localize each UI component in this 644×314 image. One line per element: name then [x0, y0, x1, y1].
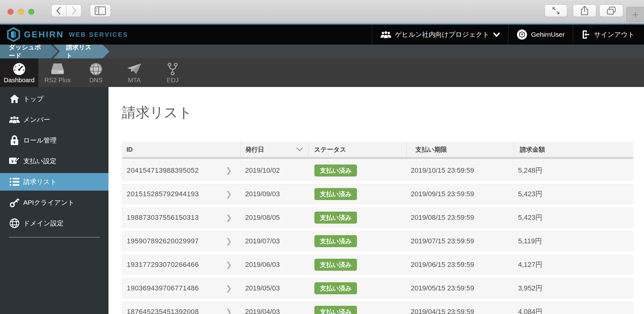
column-header-label: 請求金額 — [520, 145, 545, 154]
invoice-row[interactable]: 198873037556150313 ❯ 2019/08/05 支払い済み 20… — [122, 208, 633, 228]
share-icon — [580, 6, 589, 16]
issue-date-cell: 2019/09/03 — [241, 184, 308, 204]
invoice-row[interactable]: 193177293070266466 ❯ 2019/06/03 支払い済み 20… — [122, 255, 633, 275]
table-header-row: ID 発行日 ステータス 支払い期限 請求金額 — [122, 142, 633, 157]
due-date-cell: 2019/04/15 23:59:59 — [406, 302, 514, 314]
amount: 4,127円 — [518, 260, 542, 269]
new-tab-icon: + — [632, 9, 639, 20]
service-tab-rs2plus[interactable]: RS2 Plus — [38, 58, 77, 87]
user-menu[interactable]: GehirnUser — [508, 24, 573, 45]
row-chevron-icon[interactable]: ❯ — [225, 260, 232, 269]
row-chevron-icon[interactable]: ❯ — [225, 237, 232, 246]
invoice-id-cell: 204154713988395052 ❯ — [122, 161, 241, 180]
issue-date-cell: 2019/10/02 — [241, 161, 308, 180]
svg-text:¥: ¥ — [11, 159, 14, 164]
row-chevron-icon[interactable]: ❯ — [225, 166, 232, 175]
issue-date: 2019/08/05 — [245, 214, 280, 222]
service-tab-edj[interactable]: EDJ — [153, 58, 192, 87]
row-chevron-icon[interactable]: ❯ — [225, 284, 232, 293]
sidebar-item-label: APIクライアント — [23, 198, 75, 207]
signout-button[interactable]: サインアウト — [573, 24, 644, 45]
close-window-button[interactable] — [8, 9, 14, 15]
invoice-id: 187645235451392008 — [127, 308, 199, 314]
members-icon — [8, 116, 21, 123]
sidebar-item-domain-settings[interactable]: ドメイン設定 — [0, 214, 108, 232]
browser-toolbar: + — [0, 0, 644, 23]
new-tab-button[interactable]: + — [626, 7, 644, 22]
forward-button[interactable] — [66, 4, 81, 17]
status-badge: 支払い済み — [314, 165, 357, 176]
brand-logo[interactable]: GEHIRN WEB SERVICES — [0, 27, 372, 42]
service-tab-dns[interactable]: DNS — [77, 58, 115, 87]
project-selector[interactable]: ゲヒルン社内向けプロジェクト — [372, 24, 508, 45]
sidebar-item-payment-settings[interactable]: ¥ 支払い設定 — [0, 152, 108, 170]
gehirn-hexagon-logo-icon — [7, 27, 20, 42]
row-chevron-icon[interactable]: ❯ — [225, 213, 232, 222]
row-chevron-icon[interactable]: ❯ — [225, 190, 232, 198]
due-date: 2019/10/15 23:59:59 — [411, 166, 474, 175]
invoice-id: 201515285792944193 — [127, 190, 199, 198]
back-button[interactable] — [51, 4, 66, 17]
status-cell: 支払い済み — [308, 279, 406, 298]
members-icon — [380, 31, 391, 38]
speedometer-icon — [13, 62, 26, 77]
due-date: 2019/04/15 23:59:59 — [411, 308, 474, 314]
amount: 5,423円 — [518, 213, 542, 222]
column-header-label: ID — [126, 146, 133, 153]
invoice-id-cell: 190369439706771486 ❯ — [122, 279, 241, 298]
invoice-row[interactable]: 204154713988395052 ❯ 2019/10/02 支払い済み 20… — [122, 160, 633, 181]
invoice-row[interactable]: 195907892620029997 ❯ 2019/07/03 支払い済み 20… — [122, 231, 633, 251]
column-header-id[interactable]: ID — [122, 142, 241, 157]
zoom-window-button[interactable] — [28, 9, 34, 15]
key-icon — [8, 198, 21, 207]
column-header-status[interactable]: ステータス — [308, 142, 406, 157]
due-date: 2019/09/15 23:59:59 — [411, 190, 474, 198]
column-header-issue-date[interactable]: 発行日 — [241, 142, 308, 157]
invoice-row[interactable]: 201515285792944193 ❯ 2019/09/03 支払い済み 20… — [122, 184, 633, 204]
sidebar-item-members[interactable]: メンバー — [0, 111, 108, 128]
service-tab-dashboard[interactable]: Dashboard — [0, 58, 38, 87]
sidebar-item-top[interactable]: トップ — [0, 90, 108, 108]
share-button[interactable] — [573, 4, 596, 17]
issue-date: 2019/06/03 — [245, 261, 280, 269]
status-cell: 支払い済み — [308, 208, 406, 227]
sidebar-item-label: メンバー — [23, 115, 50, 124]
sidebar-item-invoices[interactable]: 請求リスト — [0, 173, 108, 191]
service-tab-mta[interactable]: MTA — [115, 58, 153, 87]
due-date-cell: 2019/07/15 23:59:59 — [406, 231, 514, 251]
user-avatar — [517, 29, 527, 40]
breadcrumb-item-invoices[interactable]: 請求リスト — [53, 45, 109, 58]
sidebar-item-label: 請求リスト — [23, 177, 57, 186]
invoice-row[interactable]: 187645235451392008 ❯ 2019/04/03 支払い済み 20… — [122, 302, 633, 314]
minimize-window-button[interactable] — [18, 9, 24, 15]
fullscreen-button[interactable] — [545, 4, 567, 17]
column-header-amount[interactable]: 請求金額 — [514, 142, 633, 157]
invoice-id-cell: 193177293070266466 ❯ — [122, 255, 241, 274]
row-chevron-icon[interactable]: ❯ — [225, 307, 232, 314]
column-header-label: 発行日 — [245, 145, 264, 154]
window-controls — [8, 9, 34, 15]
paper-plane-icon — [127, 62, 142, 77]
column-header-label: 支払い期限 — [415, 145, 447, 154]
invoice-row[interactable]: 190369439706771486 ❯ 2019/05/03 支払い済み 20… — [122, 278, 633, 298]
status-cell: 支払い済み — [308, 255, 406, 274]
status-cell: 支払い済み — [308, 302, 406, 314]
amount: 4,084円 — [518, 307, 542, 314]
service-tab-label: DNS — [89, 77, 103, 84]
page-title: 請求リスト — [122, 103, 644, 122]
column-header-due-date[interactable]: 支払い期限 — [406, 142, 514, 157]
sidebar-item-api-clients[interactable]: APIクライアント — [0, 194, 108, 211]
due-date: 2019/05/15 23:59:59 — [411, 284, 474, 292]
status-cell: 支払い済み — [308, 184, 406, 204]
service-tab-label: RS2 Plus — [44, 77, 70, 84]
sidebar-item-roles[interactable]: ロール管理 — [0, 132, 108, 149]
breadcrumb-item-dashboard[interactable]: ダッシュボード — [0, 45, 58, 58]
due-date-cell: 2019/08/15 23:59:59 — [406, 208, 514, 227]
sidebar-toggle-button[interactable] — [90, 4, 111, 17]
service-tab-label: EDJ — [167, 77, 179, 84]
invoice-id-cell: 201515285792944193 ❯ — [122, 184, 241, 204]
sidebar-item-label: 支払い設定 — [23, 157, 57, 165]
tab-overview-button[interactable] — [599, 4, 623, 17]
issue-date: 2019/09/03 — [245, 190, 280, 198]
status-badge: 支払い済み — [314, 306, 357, 314]
